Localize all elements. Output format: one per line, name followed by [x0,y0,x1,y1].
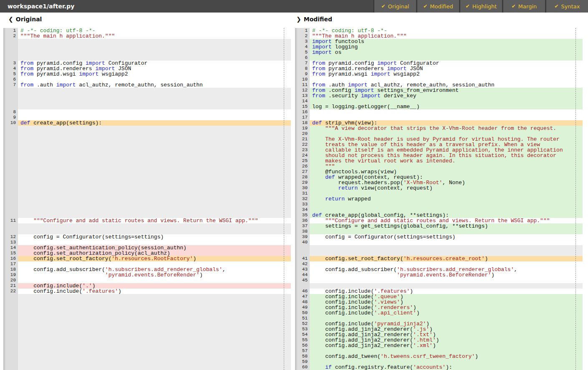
line-number [3,299,18,305]
code-line: 4from pyramid.renderers import JSON [3,66,291,71]
original-pane[interactable]: 1# -*- coding: utf-8 -*-2"""The main h a… [3,28,291,370]
code-line: 13 [3,240,291,245]
code-line: 14 [295,99,583,104]
line-number: 41 [295,256,310,261]
code-text: config.set_authentication_policy(session… [18,245,291,251]
line-number: 22 [295,142,310,147]
line-number [295,245,310,251]
button-label: Original [388,3,409,10]
line-number: 47 [295,294,310,299]
line-number [3,354,18,359]
toggle-highlight-button[interactable]: ✔ Highlight [460,0,502,13]
code-line: 45 [295,278,583,283]
code-text: return wrapped [310,196,583,202]
code-text: log = logging.getLogger(__name__) [310,104,583,109]
original-panel-header: ❮Original [8,16,42,23]
code-line [3,142,291,147]
code-text: treats the value of this header as a tra… [310,142,583,147]
line-number: 29 [295,180,310,185]
line-number [3,327,18,332]
line-number: 20 [3,278,18,283]
code-line: 47 config.include('.queue') [295,294,583,299]
original-panel-title: Original [16,16,42,23]
line-number: 54 [295,332,310,337]
toggle-syntax-button[interactable]: ✔ Syntax [546,0,588,13]
code-line [3,365,291,370]
code-line [3,153,291,158]
code-line: 31 [295,191,583,196]
code-text: The X-Vhm-Root header is used by Pyramid… [310,137,583,142]
line-number: 11 [295,82,310,88]
line-number: 13 [295,93,310,99]
line-number [3,185,18,191]
line-number: 6 [295,55,310,61]
line-number [3,191,18,196]
line-number [3,294,18,299]
code-line: 23 callable itself is an embedded Pyrami… [295,147,583,153]
code-text [18,337,291,343]
line-number [3,202,18,207]
line-number: 10 [295,77,310,82]
line-number [3,196,18,202]
code-line: 9from pyramid.wsgi import wsgiapp2 [295,71,583,77]
code-text: config.include('.renderers') [310,305,583,310]
line-number: 42 [295,261,310,267]
code-line: 56 config.add_jinja2_renderer('.xml') [295,343,583,348]
line-number [3,137,18,142]
code-line [3,310,291,316]
code-text [18,77,291,82]
code-line [3,202,291,207]
code-line: 36 """Configure and add static routes an… [295,218,583,223]
code-line [3,348,291,354]
line-number [3,44,18,50]
check-icon: ✔ [512,3,516,9]
code-text [18,294,291,299]
code-line: 18def strip_vhm(view): [295,120,583,126]
toggle-modified-button[interactable]: ✔ Modified [417,0,459,13]
code-text: config.add_subscriber('h.subscribers.add… [18,267,291,272]
code-line: 5from pyramid.wsgi import wsgiapp2 [3,71,291,77]
code-line [3,169,291,175]
toggle-margin-button[interactable]: ✔ Margin [503,0,545,13]
code-line [3,299,291,305]
code-text [18,348,291,354]
line-number: 26 [295,164,310,169]
code-text: """The main h application.""" [18,33,291,39]
line-number: 4 [3,66,18,71]
line-number: 21 [3,283,18,289]
modified-pane[interactable]: 1# -*- coding: utf-8 -*-2"""The main h a… [295,28,583,370]
code-text: config.add_jinja2_renderer('.txt') [310,332,583,337]
code-text: config.add_tween('h.tweens.csrf_tween_fa… [310,354,583,359]
line-number [3,153,18,158]
code-text [310,283,583,289]
check-icon: ✔ [554,3,558,9]
code-text: # -*- coding: utf-8 -*- [18,28,291,33]
line-number [3,50,18,55]
code-line: 37 settings = get_settings(global_config… [295,223,583,229]
code-text [18,321,291,327]
line-number: 14 [295,99,310,104]
code-line: 27 @functools.wraps(view) [295,169,583,175]
code-text [310,77,583,82]
code-text [18,109,291,115]
code-line: 48 config.include('.views') [295,299,583,305]
code-line [3,337,291,343]
code-text: from .security import derive_key [310,93,583,99]
code-text [310,278,583,283]
code-line: 21 config.include('.') [3,283,291,289]
code-line: 2"""The main h application.""" [3,33,291,39]
line-number: 40 [295,240,310,245]
code-line: 12from .config import settings_from_envi… [295,88,583,93]
code-line [3,99,291,104]
code-text [18,180,291,185]
toggle-original-button[interactable]: ✔ Original [374,0,416,13]
code-line: 58 config.add_tween('h.tweens.csrf_tween… [295,354,583,359]
code-text [18,164,291,169]
code-text: from pyramid.config import Configurator [310,61,583,66]
line-number [3,169,18,175]
code-line [3,223,291,229]
code-line: 38 [295,229,583,234]
code-text: config = Configurator(settings=settings) [310,234,583,240]
code-line: 2"""The main h application.""" [295,33,583,39]
line-number: 9 [295,71,310,77]
